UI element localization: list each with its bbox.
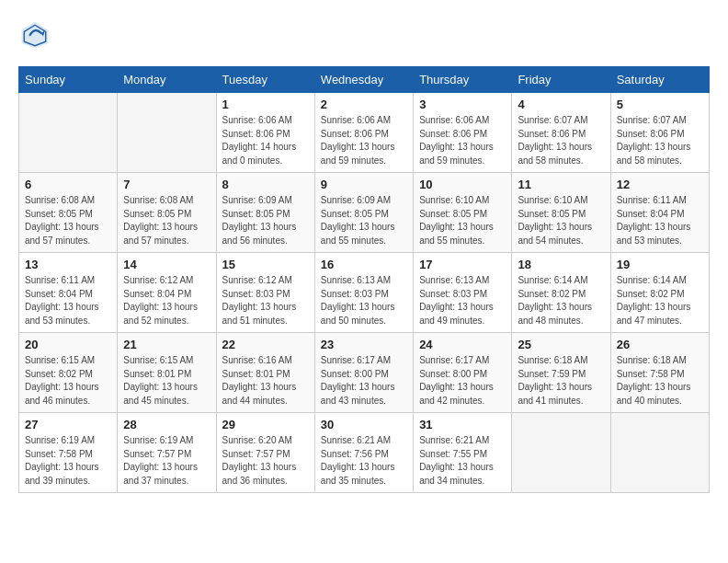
day-info: Sunrise: 6:14 AMSunset: 8:02 PMDaylight:… [617,274,703,327]
calendar-cell: 16Sunrise: 6:13 AMSunset: 8:03 PMDayligh… [314,253,413,333]
calendar-cell: 3Sunrise: 6:06 AMSunset: 8:06 PMDaylight… [414,93,512,173]
day-info: Sunrise: 6:07 AMSunset: 8:06 PMDaylight:… [518,114,604,167]
calendar-cell: 13Sunrise: 6:11 AMSunset: 8:04 PMDayligh… [19,253,118,333]
calendar-cell: 10Sunrise: 6:10 AMSunset: 8:05 PMDayligh… [414,173,512,253]
day-info: Sunrise: 6:19 AMSunset: 7:57 PMDaylight:… [123,434,210,488]
calendar-cell [118,93,216,173]
calendar-cell: 25Sunrise: 6:18 AMSunset: 7:59 PMDayligh… [512,333,610,413]
calendar-cell [610,413,709,493]
calendar-cell: 21Sunrise: 6:15 AMSunset: 8:01 PMDayligh… [118,333,216,413]
day-number: 4 [518,98,604,111]
calendar-cell: 29Sunrise: 6:20 AMSunset: 7:57 PMDayligh… [216,413,314,493]
day-number: 15 [222,258,309,271]
calendar-cell: 4Sunrise: 6:07 AMSunset: 8:06 PMDaylight… [512,93,610,173]
day-info: Sunrise: 6:15 AMSunset: 8:01 PMDaylight:… [123,354,210,408]
calendar-cell: 14Sunrise: 6:12 AMSunset: 8:04 PMDayligh… [118,253,216,333]
day-info: Sunrise: 6:11 AMSunset: 8:04 PMDaylight:… [25,274,111,327]
day-number: 9 [321,178,407,191]
calendar-header-row: SundayMondayTuesdayWednesdayThursdayFrid… [19,67,710,93]
calendar-cell: 28Sunrise: 6:19 AMSunset: 7:57 PMDayligh… [118,413,216,493]
day-info: Sunrise: 6:06 AMSunset: 8:06 PMDaylight:… [419,114,506,167]
day-info: Sunrise: 6:12 AMSunset: 8:04 PMDaylight:… [123,274,210,327]
calendar-cell: 22Sunrise: 6:16 AMSunset: 8:01 PMDayligh… [216,333,314,413]
day-info: Sunrise: 6:13 AMSunset: 8:03 PMDaylight:… [321,274,407,327]
day-info: Sunrise: 6:18 AMSunset: 7:58 PMDaylight:… [617,354,703,408]
day-number: 18 [518,258,604,271]
day-number: 8 [222,178,309,191]
day-info: Sunrise: 6:07 AMSunset: 8:06 PMDaylight:… [617,114,703,167]
calendar-cell: 11Sunrise: 6:10 AMSunset: 8:05 PMDayligh… [512,173,610,253]
day-number: 13 [25,258,111,271]
calendar-week-row: 13Sunrise: 6:11 AMSunset: 8:04 PMDayligh… [19,253,710,333]
calendar-table: SundayMondayTuesdayWednesdayThursdayFrid… [18,66,710,493]
calendar-cell: 27Sunrise: 6:19 AMSunset: 7:58 PMDayligh… [19,413,118,493]
day-header-tuesday: Tuesday [216,67,314,93]
calendar-cell: 12Sunrise: 6:11 AMSunset: 8:04 PMDayligh… [610,173,709,253]
day-info: Sunrise: 6:16 AMSunset: 8:01 PMDaylight:… [222,354,309,408]
calendar-cell: 20Sunrise: 6:15 AMSunset: 8:02 PMDayligh… [19,333,118,413]
day-header-saturday: Saturday [610,67,709,93]
day-info: Sunrise: 6:15 AMSunset: 8:02 PMDaylight:… [25,354,111,408]
calendar-cell: 18Sunrise: 6:14 AMSunset: 8:02 PMDayligh… [512,253,610,333]
day-header-thursday: Thursday [414,67,512,93]
day-info: Sunrise: 6:11 AMSunset: 8:04 PMDaylight:… [617,194,703,247]
calendar-week-row: 20Sunrise: 6:15 AMSunset: 8:02 PMDayligh… [19,333,710,413]
day-info: Sunrise: 6:08 AMSunset: 8:05 PMDaylight:… [123,194,210,247]
calendar-cell: 19Sunrise: 6:14 AMSunset: 8:02 PMDayligh… [610,253,709,333]
day-number: 16 [321,258,407,271]
day-number: 27 [25,418,111,431]
day-info: Sunrise: 6:20 AMSunset: 7:57 PMDaylight:… [222,434,309,488]
calendar-cell: 8Sunrise: 6:09 AMSunset: 8:05 PMDaylight… [216,173,314,253]
calendar-cell: 1Sunrise: 6:06 AMSunset: 8:06 PMDaylight… [216,93,314,173]
day-number: 10 [419,178,506,191]
day-number: 26 [617,338,703,351]
day-info: Sunrise: 6:13 AMSunset: 8:03 PMDaylight:… [419,274,506,327]
day-info: Sunrise: 6:21 AMSunset: 7:56 PMDaylight:… [321,434,407,488]
day-number: 12 [617,178,703,191]
day-number: 23 [321,338,407,351]
calendar-cell: 23Sunrise: 6:17 AMSunset: 8:00 PMDayligh… [314,333,413,413]
calendar-cell: 26Sunrise: 6:18 AMSunset: 7:58 PMDayligh… [610,333,709,413]
calendar-cell: 31Sunrise: 6:21 AMSunset: 7:55 PMDayligh… [414,413,512,493]
day-number: 20 [25,338,111,351]
logo-icon [18,18,51,52]
day-header-friday: Friday [512,67,610,93]
day-number: 7 [123,178,210,191]
calendar-cell: 17Sunrise: 6:13 AMSunset: 8:03 PMDayligh… [414,253,512,333]
day-number: 14 [123,258,210,271]
logo [18,18,55,52]
day-info: Sunrise: 6:09 AMSunset: 8:05 PMDaylight:… [222,194,309,247]
day-number: 29 [222,418,309,431]
day-header-sunday: Sunday [19,67,118,93]
day-number: 6 [25,178,111,191]
day-info: Sunrise: 6:12 AMSunset: 8:03 PMDaylight:… [222,274,309,327]
day-number: 31 [419,418,506,431]
day-info: Sunrise: 6:09 AMSunset: 8:05 PMDaylight:… [321,194,407,247]
day-number: 22 [222,338,309,351]
calendar-cell [512,413,610,493]
calendar-cell: 2Sunrise: 6:06 AMSunset: 8:06 PMDaylight… [314,93,413,173]
day-number: 11 [518,178,604,191]
day-number: 1 [222,98,309,111]
calendar-cell: 24Sunrise: 6:17 AMSunset: 8:00 PMDayligh… [414,333,512,413]
calendar-week-row: 27Sunrise: 6:19 AMSunset: 7:58 PMDayligh… [19,413,710,493]
day-info: Sunrise: 6:17 AMSunset: 8:00 PMDaylight:… [419,354,506,408]
day-number: 17 [419,258,506,271]
day-number: 30 [321,418,407,431]
calendar-cell: 5Sunrise: 6:07 AMSunset: 8:06 PMDaylight… [610,93,709,173]
calendar-cell: 6Sunrise: 6:08 AMSunset: 8:05 PMDaylight… [19,173,118,253]
page-header [18,18,710,52]
calendar-cell: 15Sunrise: 6:12 AMSunset: 8:03 PMDayligh… [216,253,314,333]
calendar-cell [19,93,118,173]
calendar-week-row: 6Sunrise: 6:08 AMSunset: 8:05 PMDaylight… [19,173,710,253]
calendar-cell: 30Sunrise: 6:21 AMSunset: 7:56 PMDayligh… [314,413,413,493]
day-header-wednesday: Wednesday [314,67,413,93]
day-number: 3 [419,98,506,111]
day-number: 24 [419,338,506,351]
day-number: 21 [123,338,210,351]
calendar-cell: 9Sunrise: 6:09 AMSunset: 8:05 PMDaylight… [314,173,413,253]
day-info: Sunrise: 6:21 AMSunset: 7:55 PMDaylight:… [419,434,506,488]
day-number: 5 [617,98,703,111]
calendar-week-row: 1Sunrise: 6:06 AMSunset: 8:06 PMDaylight… [19,93,710,173]
day-info: Sunrise: 6:18 AMSunset: 7:59 PMDaylight:… [518,354,604,408]
